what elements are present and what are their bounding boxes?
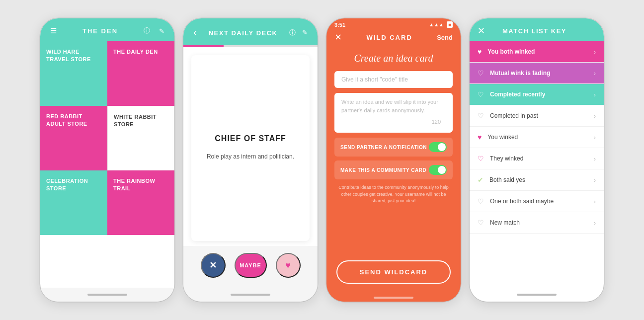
chevron-3: › — [594, 112, 596, 120]
card-actions: ✕ MAYBE ♥ — [183, 246, 318, 288]
screen4-header: ✕ MATCH LIST KEY — [470, 18, 604, 41]
info-icon-2[interactable]: ⓘ — [287, 27, 298, 38]
checkmark-icon-6: ✔ — [478, 176, 483, 184]
toggle-row-community: MAKE THIS A COMMUNITY CARD — [334, 160, 453, 179]
edit-icon-2[interactable]: ✎ — [300, 28, 310, 37]
wildcard-subtitle: Create an idea card — [326, 48, 461, 71]
match-row-5[interactable]: ♡ They winked › — [470, 148, 604, 169]
community-toggle[interactable] — [429, 165, 447, 175]
home-indicator-4 — [517, 294, 557, 296]
screen1-bottom-bar — [40, 288, 174, 302]
back-icon[interactable]: ‹ — [191, 25, 199, 40]
phone-screen2: ‹ NEXT DAILY DECK ⓘ ✎ CHIEF OF STAFF Rol… — [183, 18, 318, 302]
send-wildcard-button[interactable]: SEND WILDCARD — [336, 260, 451, 284]
grid-cell-0[interactable]: WILD HARE TRAVEL STORE — [40, 41, 107, 106]
match-row-7[interactable]: ♡ One or both said maybe › — [470, 191, 604, 212]
screen2-header: ‹ NEXT DAILY DECK ⓘ ✎ — [183, 18, 318, 45]
match-row-3[interactable]: ♡ Completed in past › — [470, 105, 604, 127]
header-icons: ⓘ ✎ — [142, 25, 166, 36]
send-header-button[interactable]: Send — [437, 34, 453, 41]
phone-screen4: ✕ MATCH LIST KEY ♥ You both winked › ♡ M… — [470, 18, 604, 302]
wildcard-title: WILD CARD — [366, 34, 412, 41]
card-description: Role play as intern and politician. — [207, 152, 294, 161]
heart-icon-4: ♥ — [478, 133, 482, 141]
screen4-bottom-bar — [470, 288, 604, 302]
progress-bar-bg — [183, 45, 318, 47]
store-grid: WILD HARE TRAVEL STORE THE DAILY DEN RED… — [40, 41, 174, 288]
heart-icon-0: ♥ — [478, 48, 482, 56]
phone-screen1: ☰ THE DEN ⓘ ✎ WILD HARE TRAVEL STORE THE… — [40, 18, 174, 302]
screen4-title: MATCH LIST KEY — [502, 27, 566, 35]
close-icon-4[interactable]: ✕ — [478, 25, 485, 36]
grid-cell-1[interactable]: THE DAILY DEN — [107, 41, 174, 106]
screen2-title: NEXT DAILY DECK — [209, 29, 278, 37]
heart-icon-5: ♡ — [478, 155, 484, 162]
grid-cell-4[interactable]: CELEBRATION STORE — [40, 170, 107, 235]
progress-bar — [183, 45, 224, 47]
match-row-2[interactable]: ♡ Completed recently › — [470, 84, 604, 105]
daily-deck-card[interactable]: CHIEF OF STAFF Role play as intern and p… — [191, 55, 310, 241]
grid-cell-3[interactable]: WHITE RABBIT STORE — [107, 106, 174, 170]
toggle-row-notification: SEND PARTNER A NOTIFICATION — [334, 138, 453, 157]
match-row-0[interactable]: ♥ You both winked › — [470, 41, 604, 63]
match-row-6[interactable]: ✔ Both said yes › — [470, 169, 604, 191]
disclaimer-text: Contribute ideas to the community anonym… — [334, 184, 453, 205]
screen2-bottom-bar — [183, 288, 318, 302]
heart-icon-8: ♡ — [478, 219, 484, 227]
screen3-header: ✕ WILD CARD Send — [326, 29, 461, 48]
heart-icon-3: ♡ — [478, 112, 484, 120]
char-count: 120 — [432, 119, 441, 125]
match-row-8[interactable]: ♡ New match › — [470, 212, 604, 234]
grid-cell-5[interactable]: THE RAINBOW TRAIL — [107, 170, 174, 235]
time: 3:51 — [334, 22, 345, 28]
chevron-2: › — [594, 91, 596, 98]
code-title-input[interactable]: Give it a short "code" title — [334, 71, 453, 88]
heart-icon-1: ♡ — [478, 69, 484, 77]
card-title: CHIEF OF STAFF — [215, 134, 286, 143]
phone-screen3: 3:51 ▲▲▲ ■ ✕ WILD CARD Send Create an id… — [326, 18, 461, 302]
screen1-header: ☰ THE DEN ⓘ ✎ — [40, 18, 174, 41]
chevron-7: › — [594, 198, 596, 205]
home-indicator — [87, 294, 127, 296]
heart-icon-7: ♡ — [478, 197, 484, 205]
edit-icon[interactable]: ✎ — [157, 25, 166, 36]
idea-textarea[interactable]: Write an idea and we will slip it into y… — [334, 93, 453, 133]
status-icons: ▲▲▲ ■ — [429, 21, 453, 28]
grid-cell-2[interactable]: RED RABBIT ADULT STORE — [40, 106, 107, 170]
header-icons-2: ⓘ ✎ — [287, 27, 310, 38]
wifi-icon: ▲▲▲ — [429, 22, 444, 27]
screen1-title: THE DEN — [82, 27, 118, 35]
info-icon[interactable]: ⓘ — [142, 25, 152, 36]
like-button[interactable]: ♥ — [276, 253, 301, 278]
chevron-5: › — [594, 155, 596, 162]
notification-toggle[interactable] — [429, 142, 447, 152]
screens-container: ☰ THE DEN ⓘ ✎ WILD HARE TRAVEL STORE THE… — [30, 8, 614, 312]
maybe-button[interactable]: MAYBE — [235, 253, 267, 278]
chevron-8: › — [594, 219, 596, 227]
chevron-0: › — [594, 48, 596, 56]
battery-icon: ■ — [447, 21, 453, 28]
match-row-1[interactable]: ♡ Mutual wink is fading › — [470, 63, 604, 84]
match-row-4[interactable]: ♥ You winked › — [470, 127, 604, 148]
chevron-4: › — [594, 134, 596, 141]
reject-button[interactable]: ✕ — [201, 253, 226, 278]
menu-icon[interactable]: ☰ — [48, 25, 59, 36]
home-indicator-3 — [374, 297, 413, 299]
home-indicator-2 — [231, 294, 270, 296]
heart-icon-2: ♡ — [478, 90, 484, 98]
chevron-6: › — [594, 176, 596, 184]
status-bar: 3:51 ▲▲▲ ■ — [326, 18, 461, 29]
chevron-1: › — [594, 70, 596, 77]
close-icon[interactable]: ✕ — [334, 32, 342, 43]
screen3-bottom — [326, 294, 461, 302]
